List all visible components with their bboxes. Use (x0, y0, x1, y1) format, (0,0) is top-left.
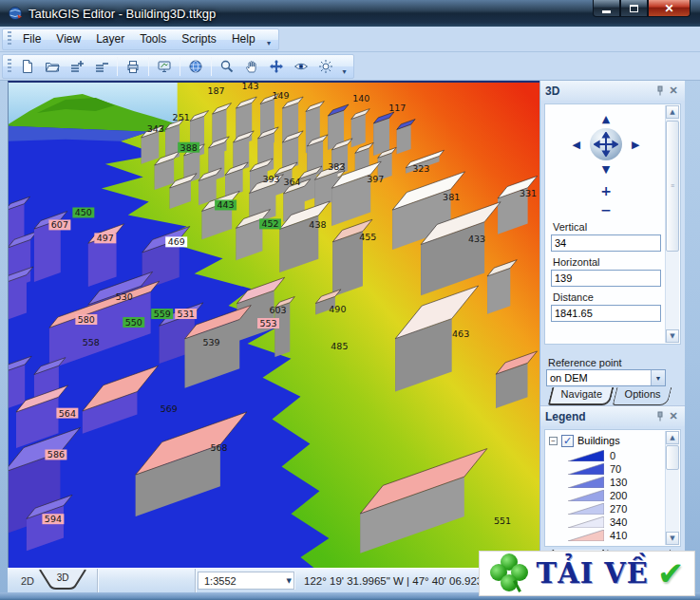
legend-scrollbar[interactable]: ▲ ▼ (665, 431, 679, 545)
scroll-up-icon[interactable]: ▲ (666, 431, 679, 444)
toolbar-separator (117, 57, 118, 76)
building-height-label: 393 (262, 174, 279, 184)
ramp-swatch-icon (568, 463, 604, 475)
status-blank-cell (98, 569, 196, 592)
menu-overflow-button[interactable]: ▾ (263, 29, 275, 49)
building-height-label: 443 (218, 199, 235, 210)
scroll-down-icon[interactable]: ▼ (666, 329, 679, 343)
toolbar-overflow-button[interactable]: ▾ (338, 55, 350, 78)
chevron-down-icon: ▼ (651, 370, 665, 385)
building-height-label: 388 (180, 142, 198, 153)
building-height-label: 149 (272, 90, 289, 101)
scene-svg: 1871431491401172513433883933643833233973… (9, 83, 539, 568)
legend-class-row[interactable]: 200 (568, 488, 663, 501)
toolbar-separator (148, 57, 149, 76)
scroll-thumb[interactable]: ≡ (666, 121, 679, 252)
open-project-button[interactable] (40, 55, 65, 78)
remove-layer-button[interactable] (89, 55, 114, 78)
buildings-layer-checkbox[interactable]: ✓ (561, 435, 574, 447)
legend-layer-row[interactable]: − ✓ Buildings (549, 433, 663, 448)
new-document-button[interactable] (15, 55, 40, 78)
legend-class-label: 270 (610, 503, 627, 515)
tab-options[interactable]: Options (613, 387, 672, 405)
close-button[interactable]: ✕ (648, 0, 691, 17)
building-height-label: 463 (452, 328, 469, 339)
zoom-tool-button[interactable] (215, 55, 239, 78)
legend-class-row[interactable]: 0 (568, 448, 663, 461)
menu-layer[interactable]: Layer (88, 29, 132, 48)
distance-label: Distance (553, 291, 659, 303)
pin-button[interactable] (653, 410, 667, 423)
rotate-right-button[interactable]: ▶ (632, 140, 639, 150)
panel-3d-scrollbar[interactable]: ▲ ≡ ▼ (665, 105, 679, 343)
zoom-out-button[interactable]: − (600, 203, 612, 216)
open-project-icon (45, 59, 60, 74)
distance-input[interactable] (551, 305, 661, 322)
legend-class-label: 410 (610, 530, 627, 541)
building-height-label: 607 (51, 219, 68, 230)
building-height-label: 580 (78, 314, 95, 325)
building-height-label: 603 (269, 305, 286, 315)
menubar: FileViewLayerToolsScriptsHelp ▾ (0, 27, 700, 52)
orbit-sphere-control[interactable] (590, 128, 622, 160)
tilt-up-button[interactable]: ▲ (602, 114, 610, 124)
building-height-label: 485 (331, 341, 348, 351)
scroll-up-icon[interactable]: ▲ (666, 105, 679, 119)
panel-legend-title: Legend (545, 410, 586, 423)
panel-legend-header: Legend ✕ (540, 406, 685, 426)
collapse-icon[interactable]: − (549, 437, 558, 445)
visibility-button[interactable] (289, 55, 313, 78)
menu-file[interactable]: File (15, 29, 48, 48)
building-height-label: 497 (97, 233, 114, 243)
minimize-button[interactable] (593, 0, 620, 17)
scale-combo[interactable]: 1:3552 ▼ (198, 572, 294, 590)
maximize-button[interactable] (620, 0, 648, 17)
building-height-label: 568 (211, 442, 228, 453)
print-button[interactable] (121, 55, 145, 78)
add-layer-button[interactable] (65, 55, 89, 78)
building-height-label: 140 (352, 93, 369, 103)
brightness-button[interactable] (313, 55, 338, 78)
open-web-icon (188, 59, 203, 74)
pin-button[interactable] (653, 84, 667, 98)
menu-help[interactable]: Help (224, 29, 263, 48)
vertical-input[interactable] (551, 234, 661, 252)
legend-class-row[interactable]: 340 (568, 515, 663, 528)
tab-navigate[interactable]: Navigate (548, 387, 615, 405)
tilt-down-button[interactable]: ▼ (602, 164, 610, 175)
toolbar-grip-handle[interactable] (8, 59, 11, 74)
rotate-left-button[interactable]: ◀ (573, 140, 580, 150)
building-height-label: 551 (494, 516, 511, 526)
map-3d-viewport[interactable]: 1871431491401172513433883933643833233973… (8, 81, 539, 568)
scroll-thumb[interactable] (666, 445, 679, 470)
building-height-label: 455 (359, 232, 376, 242)
pan-tool-button[interactable] (239, 55, 264, 78)
panel-close-button[interactable]: ✕ (667, 84, 680, 98)
view-tab-2d[interactable]: 2D (21, 575, 34, 587)
legend-class-row[interactable]: 70 (568, 461, 663, 475)
building-height-label: 117 (388, 103, 406, 113)
visibility-icon (293, 59, 309, 74)
export-layout-button[interactable] (152, 55, 177, 78)
menu-view[interactable]: View (48, 29, 88, 48)
zoom-in-button[interactable]: + (600, 184, 612, 197)
panel-3d: 3D ✕ ▲ ◀ (540, 81, 685, 405)
navigation-pad: ▲ ◀ (551, 108, 661, 216)
building-height-label: 438 (309, 219, 326, 230)
open-web-button[interactable] (183, 55, 208, 78)
menu-scripts[interactable]: Scripts (174, 29, 224, 48)
menu-tools[interactable]: Tools (132, 29, 174, 48)
legend-class-row[interactable]: 270 (568, 501, 663, 515)
panel-close-button[interactable]: ✕ (667, 410, 680, 423)
scroll-down-icon[interactable]: ▼ (666, 532, 679, 545)
full-extent-button[interactable] (264, 55, 289, 78)
reference-point-combo[interactable]: on DEM ▼ (546, 369, 666, 386)
reference-point-value: on DEM (547, 370, 651, 385)
menu-grip-handle[interactable] (8, 31, 11, 47)
view-tab-3d[interactable]: 3D (38, 570, 87, 591)
building-height-label: 559 (154, 309, 171, 319)
building-height-label: 364 (283, 177, 300, 187)
legend-class-row[interactable]: 410 (568, 528, 663, 541)
legend-class-row[interactable]: 130 (568, 475, 663, 488)
horizontal-input[interactable] (551, 270, 661, 287)
